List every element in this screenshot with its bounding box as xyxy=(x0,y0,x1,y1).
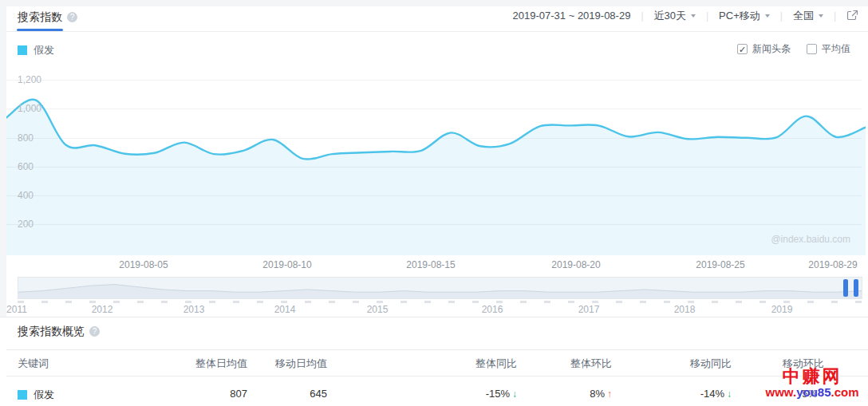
device-dropdown[interactable]: PC+移动 xyxy=(719,9,770,23)
col-header-keyword: 关键词 xyxy=(18,357,177,371)
region-dropdown[interactable]: 全国 xyxy=(793,9,823,23)
site-watermark-url: www.you85.com xyxy=(760,386,865,400)
baidu-index-page: 搜索指数? 2019-07-31 ~ 2019-08-29 | 近30天 | P… xyxy=(0,0,868,406)
mobile-yoy-cell: -14%↓ xyxy=(652,388,732,400)
checkbox-icon[interactable] xyxy=(807,44,817,54)
region-dropdown-label: 全国 xyxy=(793,9,814,23)
x-axis-tick: 2019-08-15 xyxy=(406,259,455,270)
trend-down-icon: ↓ xyxy=(512,388,517,400)
col-header-mobile-yoy: 移动同比 xyxy=(652,357,732,371)
tab-label: 搜索指数 xyxy=(18,10,62,23)
timeline-minor-ticks xyxy=(18,301,862,303)
year-tick: 2016 xyxy=(482,304,503,315)
header-divider xyxy=(6,31,868,32)
col-header-overall-yoy: 整体同比 xyxy=(437,357,517,371)
trend-line-series xyxy=(6,79,866,255)
help-icon[interactable]: ? xyxy=(89,326,100,337)
separator: | xyxy=(834,10,836,22)
year-tick: 2018 xyxy=(674,304,696,315)
average-checkbox[interactable]: 平均值 xyxy=(807,42,850,56)
overall-mom-cell: 8%↑ xyxy=(532,388,612,400)
external-link-icon[interactable] xyxy=(846,10,858,22)
help-icon[interactable]: ? xyxy=(67,12,77,22)
device-dropdown-label: PC+移动 xyxy=(719,9,760,23)
overlay-toggles: 新闻头条 平均值 xyxy=(721,42,850,56)
checkbox-label: 平均值 xyxy=(822,42,850,56)
y-axis-tick: 800 xyxy=(18,132,34,144)
chevron-down-icon xyxy=(819,14,823,18)
chevron-down-icon xyxy=(691,14,696,18)
trend-chart[interactable]: 1,200 1,000 800 600 400 200 @index.baidu… xyxy=(0,68,868,277)
table-border xyxy=(6,376,868,376)
overall-yoy-value: -15% xyxy=(486,388,510,400)
y-axis-tick: 600 xyxy=(18,160,34,173)
checkbox-icon[interactable] xyxy=(737,44,748,54)
x-axis-tick: 2019-08-25 xyxy=(696,259,744,270)
x-axis-tick: 2019-08-29 xyxy=(808,259,857,270)
y-axis-tick: 400 xyxy=(18,189,34,202)
site-watermark-name: 中赚网 xyxy=(760,367,865,386)
baidu-index-watermark: @index.baidu.com xyxy=(771,234,850,245)
mobile-avg-cell: 645 xyxy=(263,388,327,400)
news-headlines-checkbox[interactable]: 新闻头条 xyxy=(737,42,791,56)
x-axis-tick: 2019-08-20 xyxy=(551,259,600,270)
date-range[interactable]: 2019-07-31 ~ 2019-08-29 xyxy=(513,10,631,22)
separator: | xyxy=(706,10,708,22)
keyword-cell: 假发 xyxy=(18,388,54,402)
x-axis-tick: 2019-08-10 xyxy=(262,259,311,270)
site-watermark: 中赚网 www.you85.com xyxy=(760,367,865,400)
tab-search-index[interactable]: 搜索指数? xyxy=(18,10,77,25)
header-controls: 2019-07-31 ~ 2019-08-29 | 近30天 | PC+移动 |… xyxy=(513,0,858,31)
overall-mom-value: 8% xyxy=(590,388,605,400)
y-axis-tick: 1,000 xyxy=(18,102,41,115)
y-axis-tick: 1,200 xyxy=(18,73,41,86)
chevron-down-icon xyxy=(765,14,770,18)
period-dropdown[interactable]: 近30天 xyxy=(654,9,696,23)
series-swatch xyxy=(18,390,27,400)
overview-section-title: 搜索指数概览? xyxy=(18,325,100,339)
trend-up-icon: ↑ xyxy=(607,388,612,400)
table-border xyxy=(6,349,868,350)
series-swatch xyxy=(18,45,27,55)
col-header-overall-avg: 整体日均值 xyxy=(183,357,247,371)
year-tick: 2011 xyxy=(6,304,27,315)
year-tick: 2013 xyxy=(183,304,205,315)
overview-sparkline xyxy=(18,278,862,298)
y-axis-tick: 200 xyxy=(18,218,34,231)
section-divider xyxy=(0,317,868,317)
overall-yoy-cell: -15%↓ xyxy=(437,388,517,400)
x-axis-tick: 2019-08-05 xyxy=(119,259,168,270)
table-row: 假发 xyxy=(18,388,177,402)
trend-down-icon: ↓ xyxy=(727,388,732,400)
series-label: 假发 xyxy=(34,43,54,57)
col-header-overall-mom: 整体环比 xyxy=(532,357,612,371)
separator: | xyxy=(780,10,783,22)
timeline-scrubber[interactable] xyxy=(18,277,862,299)
scrubber-handle-left[interactable] xyxy=(843,279,848,297)
year-tick: 2012 xyxy=(92,304,113,315)
checkbox-label: 新闻头条 xyxy=(752,42,791,56)
keyword-label: 假发 xyxy=(34,388,54,402)
overall-avg-cell: 807 xyxy=(183,388,247,400)
period-dropdown-label: 近30天 xyxy=(654,9,686,23)
year-tick: 2017 xyxy=(578,304,600,315)
overview-title-label: 搜索指数概览 xyxy=(18,325,85,337)
chart-legend: 假发 xyxy=(18,43,54,57)
col-header-mobile-avg: 移动日均值 xyxy=(263,357,327,371)
separator: | xyxy=(641,10,643,22)
mobile-yoy-value: -14% xyxy=(700,388,724,400)
year-tick: 2019 xyxy=(771,304,793,315)
year-tick: 2015 xyxy=(367,304,389,315)
scrubber-handle-right[interactable] xyxy=(854,279,858,297)
year-tick: 2014 xyxy=(274,304,296,315)
